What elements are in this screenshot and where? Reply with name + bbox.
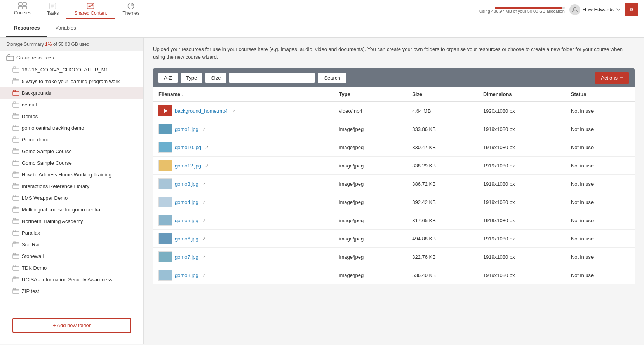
cell-filename: gomo4.jpg ↗	[153, 193, 334, 211]
folder-item[interactable]: 5 ways to make your learning program wor…	[0, 75, 143, 87]
user-area[interactable]: Huw Edwards	[569, 4, 621, 15]
file-link[interactable]: gomo4.jpg ↗	[158, 197, 328, 207]
notification-badge[interactable]: 9	[625, 3, 638, 16]
search-button[interactable]: Search	[318, 73, 346, 83]
image-thumb	[158, 124, 172, 134]
sidebar: Storage Summary 1% of 50.00 GB used Grou…	[0, 38, 144, 344]
cell-dimensions: 1919x1080 px	[478, 266, 566, 284]
cell-size: 386.72 KB	[407, 175, 478, 193]
folder-icon	[12, 66, 19, 73]
cell-filename: gomo1.jpg ↗	[153, 120, 334, 138]
table-row: gomo6.jpg ↗ image/jpeg 494.88 KB 1919x10…	[153, 230, 635, 248]
cell-type: image/jpeg	[334, 211, 407, 230]
sort-az-button[interactable]: A-Z	[158, 73, 178, 83]
folder-item[interactable]: ZIP test	[0, 285, 143, 297]
folder-item[interactable]: Gomo Sample Course	[0, 157, 143, 169]
tab-resources[interactable]: Resources	[6, 19, 47, 37]
folder-item[interactable]: LMS Wrapper Demo	[0, 192, 143, 204]
external-link-icon: ↗	[202, 181, 206, 186]
nav-items: Courses Tasks Shared Content	[6, 0, 479, 19]
svg-rect-53	[13, 288, 16, 290]
folder-item-northern[interactable]: Northern Training Academy	[0, 215, 143, 227]
file-link[interactable]: gomo8.jpg ↗	[158, 270, 328, 281]
folder-icon	[12, 171, 19, 178]
folder-item[interactable]: Parallax	[0, 227, 143, 239]
storage-summary: Storage Summary 1% of 50.00 GB used	[0, 38, 143, 51]
folder-icon	[12, 241, 19, 248]
folder-item[interactable]: gomo central tracking demo	[0, 122, 143, 134]
cell-status: Not in use	[566, 211, 635, 230]
folder-icon	[12, 113, 19, 120]
image-thumb	[158, 215, 172, 226]
themes-icon	[127, 2, 135, 10]
cell-size: 494.88 KB	[407, 230, 478, 248]
table-row: gomo5.jpg ↗ image/jpeg 317.65 KB 1919x10…	[153, 211, 635, 230]
cell-filename: gomo7.jpg ↗	[153, 248, 334, 266]
file-link[interactable]: background_home.mp4 ↗	[158, 105, 328, 116]
folder-icon	[12, 159, 19, 166]
svg-rect-39	[13, 207, 16, 208]
file-link[interactable]: gomo5.jpg ↗	[158, 215, 328, 226]
file-link[interactable]: gomo7.jpg ↗	[158, 251, 328, 262]
cell-type: video/mp4	[334, 101, 407, 120]
external-link-icon: ↗	[202, 127, 206, 132]
table-row: gomo1.jpg ↗ image/jpeg 333.86 KB 1919x10…	[153, 120, 635, 138]
folder-item-backgrounds[interactable]: Backgrounds	[0, 87, 143, 99]
folder-item[interactable]: Demos	[0, 110, 143, 122]
sub-tabs: Resources Variables	[0, 19, 644, 38]
th-dimensions: Dimensions	[478, 87, 566, 101]
cell-filename: gomo10.jpg ↗	[153, 138, 334, 157]
table-row: gomo12.jpg ↗ image/jpeg 338.29 KB 1919x1…	[153, 157, 635, 175]
cell-size: 536.40 KB	[407, 266, 478, 284]
folder-item-stonewall[interactable]: Stonewall	[0, 250, 143, 262]
search-input[interactable]	[229, 73, 315, 83]
nav-tasks[interactable]: Tasks	[39, 0, 67, 19]
actions-button[interactable]: Actions	[595, 72, 629, 84]
nav-shared-content[interactable]: Shared Content	[66, 0, 115, 19]
sort-type-button[interactable]: Type	[181, 73, 202, 83]
file-link[interactable]: gomo10.jpg ↗	[158, 142, 328, 153]
table-toolbar: A-Z Type Size Search Actions	[153, 68, 635, 87]
group-folder-icon	[6, 54, 14, 61]
cell-dimensions: 1919x1080 px	[478, 157, 566, 175]
cell-filename: background_home.mp4 ↗	[153, 101, 334, 120]
add-new-folder-button[interactable]: + Add new folder	[12, 318, 131, 333]
cell-dimensions: 1919x1080 px	[478, 211, 566, 230]
cell-status: Not in use	[566, 230, 635, 248]
folder-item[interactable]: TDK Demo	[0, 262, 143, 274]
cell-dimensions: 1919x1080 px	[478, 138, 566, 157]
file-link[interactable]: gomo6.jpg ↗	[158, 233, 328, 244]
nav-themes[interactable]: Themes	[115, 0, 147, 19]
svg-rect-0	[19, 3, 22, 5]
image-thumb	[158, 251, 172, 262]
folder-item[interactable]: UCISA - Information Security Awareness	[0, 274, 143, 285]
th-filename[interactable]: Filename	[153, 87, 334, 101]
folder-item[interactable]: default	[0, 99, 143, 110]
file-link[interactable]: gomo1.jpg ↗	[158, 124, 328, 134]
folder-item[interactable]: How to Address Home-Working Training...	[0, 169, 143, 180]
table-row: gomo4.jpg ↗ image/jpeg 392.42 KB 1919x10…	[153, 193, 635, 211]
sort-size-button[interactable]: Size	[205, 73, 226, 83]
file-link[interactable]: gomo12.jpg ↗	[158, 160, 328, 171]
folder-item[interactable]: Multilingual course for gomo central	[0, 204, 143, 215]
cell-dimensions: 1919x1080 px	[478, 248, 566, 266]
file-link[interactable]: gomo3.jpg ↗	[158, 178, 328, 189]
table-row: gomo8.jpg ↗ image/jpeg 536.40 KB 1919x10…	[153, 266, 635, 284]
image-thumb	[158, 197, 172, 207]
folder-item[interactable]: Gomo demo	[0, 134, 143, 145]
nav-courses[interactable]: Courses	[6, 0, 39, 19]
group-resources[interactable]: Group resources	[0, 51, 143, 64]
external-link-icon: ↗	[202, 236, 206, 241]
table-row: gomo7.jpg ↗ image/jpeg 322.76 KB 1919x10…	[153, 248, 635, 266]
image-thumb	[158, 178, 172, 189]
folder-item[interactable]: Gomo Sample Course	[0, 145, 143, 157]
folder-item-interactions[interactable]: Interactions Reference Library	[0, 180, 143, 192]
folder-item[interactable]: 16-216_GODIVA_CHOCOLATIER_M1	[0, 64, 143, 75]
svg-marker-54	[164, 108, 167, 113]
tasks-icon	[49, 2, 57, 10]
tab-variables[interactable]: Variables	[47, 19, 84, 37]
cell-size: 392.42 KB	[407, 193, 478, 211]
cell-type: image/jpeg	[334, 193, 407, 211]
folder-item[interactable]: ScotRail	[0, 239, 143, 250]
top-nav: Courses Tasks Shared Content	[0, 0, 644, 19]
